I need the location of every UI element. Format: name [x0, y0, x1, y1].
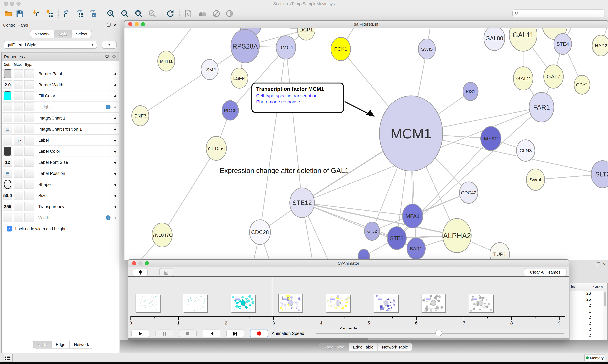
expand-all-icon[interactable]	[105, 54, 109, 59]
export-table-icon[interactable]	[76, 9, 84, 18]
table-row[interactable]: 2	[570, 333, 607, 339]
network-node-MFA1[interactable]: MFA1	[402, 204, 423, 228]
tab-edge[interactable]: Edge	[52, 341, 70, 348]
network-node-PIS1[interactable]: PIS1	[463, 82, 478, 101]
property-row-border-paint[interactable]: Border Paint◀	[1, 68, 119, 79]
property-row-label-font-size[interactable]: 12Label Font Size◀	[1, 157, 119, 168]
style-select[interactable]: galFiltered Style ▼	[4, 41, 97, 49]
network-node-MTH1[interactable]: MTH1	[158, 51, 175, 71]
memory-button[interactable]: Memory	[584, 354, 605, 361]
property-row-image-chart-position-1[interactable]: ▤Image/Chart Position 1◀	[1, 124, 119, 135]
close-panel-icon[interactable]: ✕	[113, 23, 117, 27]
tab-network-table[interactable]: Network Table	[378, 343, 412, 351]
network-node-GAL2[interactable]: GAL2	[513, 67, 533, 90]
previous-frame-button[interactable]	[203, 329, 221, 338]
property-row-size[interactable]: 50.0Size◀	[1, 190, 119, 201]
expand-property-icon[interactable]: ◀	[114, 138, 116, 142]
network-edge[interactable]	[286, 47, 302, 203]
open-session-icon[interactable]	[4, 9, 13, 18]
network-node-CDC28[interactable]: CDC28	[249, 220, 270, 245]
zoom-selected-icon[interactable]	[148, 9, 157, 18]
tab-select[interactable]: Select	[72, 30, 91, 38]
export-network-icon[interactable]	[62, 9, 71, 18]
network-node-BAR1[interactable]: BAR1	[407, 238, 425, 259]
expand-property-icon[interactable]: ◀	[114, 94, 116, 98]
record-button[interactable]	[250, 329, 268, 338]
timeline-frame-7[interactable]	[469, 294, 493, 312]
network-edge[interactable]	[140, 70, 210, 116]
table-row[interactable]: 26	[570, 291, 607, 297]
style-options-button[interactable]: ▼	[102, 41, 117, 49]
network-node-GAL7[interactable]: GAL7	[544, 65, 563, 88]
network-node-RPS28A[interactable]: RPS28A	[231, 29, 259, 63]
table-column-header[interactable]: Stres	[591, 285, 603, 289]
zoom-fit-icon[interactable]	[134, 9, 143, 18]
property-row-border-width[interactable]: 2.0Border Width◀	[1, 79, 119, 91]
table-row[interactable]: 2	[570, 315, 607, 321]
table-row[interactable]: 2	[570, 303, 607, 309]
property-row-transparency[interactable]: 255Transparency◀	[1, 201, 119, 212]
pause-button[interactable]	[155, 329, 173, 338]
timeline-frame-0[interactable]	[136, 294, 160, 312]
show-graphics-icon[interactable]	[225, 9, 234, 18]
network-node-MFA2[interactable]: MFA2	[481, 127, 501, 151]
refresh-view-icon[interactable]	[166, 9, 175, 18]
zoom-in-icon[interactable]	[106, 9, 115, 18]
network-node-YNL047C[interactable]: YNL047C	[152, 223, 172, 247]
tab-node-table[interactable]: Node Table	[319, 343, 349, 351]
zoom-out-icon[interactable]	[120, 9, 129, 18]
expand-property-icon[interactable]: ◀	[114, 83, 116, 87]
network-node-DCP1[interactable]: DCP1	[297, 28, 315, 40]
network-node-GIC2[interactable]: GIC2	[364, 222, 380, 240]
tab-network[interactable]: Network	[30, 30, 54, 38]
property-row-image-chart-1[interactable]: Image/Chart 1◀	[1, 113, 119, 124]
network-node-SWI5[interactable]: SWI5	[418, 39, 435, 59]
network-node-MCM1[interactable]: MCM1	[379, 96, 443, 171]
timeline-frame-6[interactable]	[421, 294, 445, 312]
property-row-label[interactable]: ⋮›Label◀	[1, 135, 119, 146]
stop-button[interactable]	[179, 329, 197, 338]
network-canvas[interactable]: RPS28ADCP1DMC1PCK1MTH1LSM2LSM4SWI5GAL80G…	[124, 28, 608, 260]
property-row-fill-color[interactable]: Fill Color◀	[1, 91, 119, 102]
timeline-frame-3[interactable]	[278, 294, 303, 312]
network-node-STE12[interactable]: STE12	[290, 188, 315, 218]
export-image-icon[interactable]	[89, 9, 97, 18]
annotation-link[interactable]: Cell-type-specific transcription	[256, 93, 339, 98]
network-file-icon[interactable]	[184, 9, 193, 18]
table-column-header[interactable]: ity	[570, 283, 591, 291]
network-node-PCK1[interactable]: PCK1	[331, 37, 351, 61]
property-row-shape[interactable]: Shape◀	[1, 179, 119, 190]
expand-property-icon[interactable]: ◀	[114, 183, 116, 186]
properties-header[interactable]: Properties ▾	[1, 52, 119, 61]
expand-property-icon[interactable]: ◀	[114, 105, 116, 109]
network-node-CDC42[interactable]: CDC42	[459, 182, 478, 203]
expand-property-icon[interactable]: ◀	[114, 72, 116, 76]
network-overview-icon[interactable]	[198, 9, 207, 18]
timeline-frame-1[interactable]	[183, 294, 207, 312]
tab-edge-table[interactable]: Edge Table	[349, 343, 378, 351]
network-node-FAR1[interactable]: FAR1	[529, 92, 554, 122]
table-row[interactable]: 1	[570, 309, 607, 315]
expand-property-icon[interactable]: ◀	[114, 194, 116, 197]
network-node-TUP1[interactable]: TUP1	[490, 243, 510, 260]
animation-speed-knob[interactable]	[435, 329, 442, 336]
search-input[interactable]	[512, 10, 605, 17]
table-row[interactable]: 2	[570, 321, 607, 327]
expand-property-icon[interactable]: ◀	[114, 160, 116, 164]
task-history-button[interactable]	[3, 354, 13, 362]
network-node-SNF3[interactable]: SNF3	[132, 106, 149, 126]
play-button[interactable]	[131, 329, 149, 338]
float-table-panel-icon[interactable]	[597, 262, 600, 266]
network-node-SLT2[interactable]: SLT2	[591, 161, 608, 188]
table-row[interactable]: 25	[570, 297, 607, 303]
next-frame-button[interactable]	[226, 329, 244, 338]
network-edge[interactable]	[162, 148, 216, 235]
table-scrollbar[interactable]	[603, 291, 607, 341]
table-row[interactable]: 2	[570, 327, 607, 333]
delete-frame-button[interactable]	[159, 268, 173, 276]
property-row-width[interactable]: Widthi◀	[1, 212, 119, 223]
cyanimator-scrollbar[interactable]	[128, 338, 569, 340]
network-node-PDC5[interactable]: PDC5	[222, 101, 238, 120]
expand-property-icon[interactable]: ◀	[114, 171, 116, 175]
hide-graphics-icon[interactable]	[212, 9, 221, 18]
